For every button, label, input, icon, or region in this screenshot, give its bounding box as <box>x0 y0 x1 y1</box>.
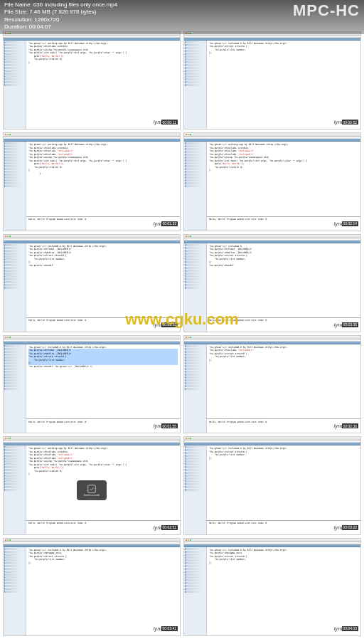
navigator-item[interactable] <box>185 84 205 86</box>
navigator-item[interactable] <box>4 385 25 387</box>
navigator-item[interactable] <box>4 568 25 570</box>
navigator-item[interactable] <box>4 56 25 58</box>
navigator-item[interactable] <box>185 56 205 58</box>
zoom-icon[interactable] <box>9 236 11 237</box>
navigator-item[interactable] <box>4 159 25 162</box>
navigator-item[interactable] <box>4 574 25 576</box>
frame-thumbnail[interactable]: "kw-green">// working.cpp by Bill Weinma… <box>183 132 361 231</box>
navigator-item[interactable] <box>4 362 25 364</box>
navigator-item[interactable] <box>4 171 25 173</box>
navigator-item[interactable] <box>4 551 25 553</box>
navigator-item[interactable] <box>4 571 25 573</box>
navigator-item[interactable] <box>185 47 205 49</box>
close-icon[interactable] <box>5 438 6 439</box>
navigator-item[interactable] <box>185 574 205 576</box>
navigator-item[interactable] <box>185 357 205 359</box>
navigator-item[interactable] <box>185 78 205 80</box>
navigator-item[interactable] <box>4 162 25 164</box>
navigator-item[interactable] <box>4 458 25 460</box>
code-line[interactable]: "kw-purple">#endif "kw-green">// _INCLUD… <box>28 365 178 368</box>
navigator-item[interactable] <box>4 176 25 179</box>
navigator-item[interactable] <box>185 556 205 559</box>
navigator-item[interactable] <box>4 261 25 263</box>
close-icon[interactable] <box>186 236 187 237</box>
navigator-item[interactable] <box>4 258 25 260</box>
navigator-item[interactable] <box>4 278 25 280</box>
navigator-item[interactable] <box>4 351 25 353</box>
navigator-item[interactable] <box>185 284 205 286</box>
navigator-item[interactable] <box>185 455 205 457</box>
frame-thumbnail[interactable]: "kw-green">// includeB.h by Bill Weinman… <box>3 234 181 332</box>
navigator-item[interactable] <box>185 548 205 550</box>
navigator-item[interactable] <box>4 376 25 379</box>
navigator-item[interactable] <box>185 571 205 573</box>
navigator-item[interactable] <box>185 348 205 350</box>
zoom-icon[interactable] <box>190 337 191 338</box>
navigator-item[interactable] <box>4 287 25 289</box>
navigator-item[interactable] <box>4 148 25 150</box>
code-line[interactable]: }; <box>209 359 358 361</box>
navigator-item[interactable] <box>4 354 25 356</box>
navigator-item[interactable] <box>185 267 205 269</box>
navigator-item[interactable] <box>4 379 25 381</box>
navigator-item[interactable] <box>185 171 205 173</box>
navigator-item[interactable] <box>4 365 25 367</box>
code-line[interactable]: }; <box>209 561 358 564</box>
navigator-item[interactable] <box>185 185 205 187</box>
project-navigator[interactable] <box>184 41 207 129</box>
minimize-icon[interactable] <box>188 539 189 541</box>
navigator-item[interactable] <box>185 154 205 156</box>
navigator-item[interactable] <box>4 591 25 593</box>
navigator-item[interactable] <box>185 562 205 564</box>
navigator-item[interactable] <box>4 382 25 384</box>
navigator-item[interactable] <box>4 455 25 457</box>
navigator-item[interactable] <box>4 357 25 359</box>
navigator-item[interactable] <box>4 579 25 581</box>
navigator-item[interactable] <box>185 151 205 153</box>
navigator-item[interactable] <box>185 551 205 553</box>
navigator-item[interactable] <box>185 576 205 579</box>
navigator-item[interactable] <box>185 588 205 590</box>
navigator-item[interactable] <box>4 489 25 491</box>
navigator-item[interactable] <box>185 460 205 463</box>
minimize-icon[interactable] <box>7 134 9 135</box>
navigator-item[interactable] <box>185 469 205 471</box>
navigator-item[interactable] <box>4 58 25 60</box>
code-line[interactable]: } <box>209 169 358 171</box>
navigator-item[interactable] <box>185 81 205 83</box>
minimize-icon[interactable] <box>188 438 189 439</box>
frame-thumbnail[interactable]: "kw-green">// includeA.h by Bill Weinman… <box>183 31 361 130</box>
navigator-item[interactable] <box>4 273 25 275</box>
navigator-item[interactable] <box>185 463 205 465</box>
code-editor[interactable]: "kw-green">// includeA.h by Bill Weinman… <box>207 547 360 635</box>
navigator-item[interactable] <box>4 67 25 69</box>
navigator-item[interactable] <box>4 81 25 83</box>
navigator-item[interactable] <box>4 483 25 485</box>
navigator-item[interactable] <box>4 267 25 269</box>
zoom-icon[interactable] <box>9 337 11 338</box>
navigator-item[interactable] <box>185 554 205 556</box>
navigator-item[interactable] <box>185 568 205 570</box>
navigator-item[interactable] <box>185 168 205 170</box>
navigator-item[interactable] <box>185 480 205 482</box>
navigator-item[interactable] <box>185 142 205 144</box>
project-navigator[interactable] <box>184 243 207 332</box>
code-line[interactable]: "kw-purple">#endif <box>28 264 178 267</box>
navigator-item[interactable] <box>185 258 205 260</box>
close-icon[interactable] <box>5 337 6 338</box>
navigator-item[interactable] <box>4 264 25 266</box>
frame-thumbnail[interactable]: "kw-green">// includeA.h"kw-purple">#ifn… <box>183 234 361 332</box>
code-line[interactable]: }; <box>28 561 178 564</box>
navigator-item[interactable] <box>4 270 25 272</box>
navigator-item[interactable] <box>185 489 205 491</box>
navigator-item[interactable] <box>4 452 25 454</box>
navigator-item[interactable] <box>4 145 25 147</box>
close-icon[interactable] <box>186 438 187 439</box>
zoom-icon[interactable] <box>190 539 191 541</box>
navigator-item[interactable] <box>4 449 25 451</box>
navigator-item[interactable] <box>185 148 205 150</box>
project-navigator[interactable] <box>184 547 207 635</box>
navigator-item[interactable] <box>185 351 205 353</box>
zoom-icon[interactable] <box>9 539 11 541</box>
navigator-item[interactable] <box>4 64 25 66</box>
